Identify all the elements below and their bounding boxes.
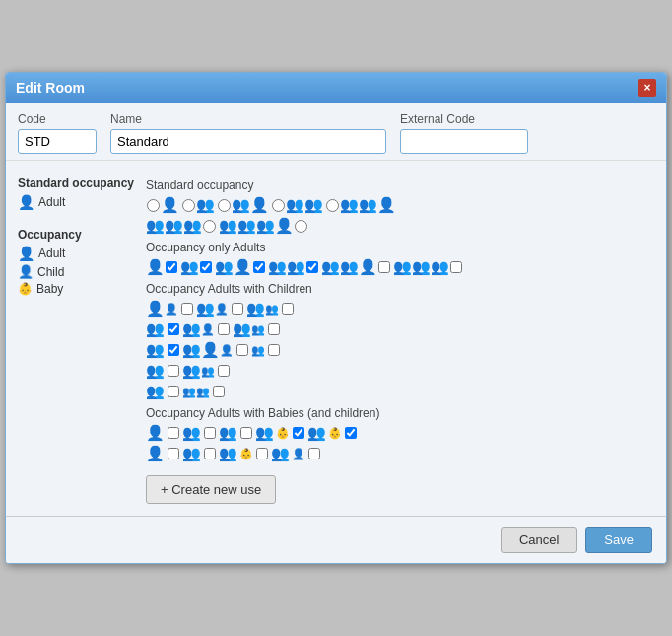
awb-adult-6: 👤 [146, 445, 165, 462]
awc-cb-4[interactable] [168, 323, 179, 335]
awc-opt-7: 👥 [146, 341, 165, 359]
awb-cb-9[interactable] [308, 448, 320, 459]
std-icon-2: 👥 [196, 196, 215, 214]
awc-adult-3: 👥 [246, 300, 265, 318]
std-radio-2[interactable] [182, 199, 195, 212]
awb-row-1: 👤 👥 👥 👥👶 👥👶 [146, 424, 654, 442]
adult-cb-3[interactable] [253, 261, 265, 273]
awc-cb-11[interactable] [218, 365, 230, 377]
awc-cb-7[interactable] [168, 344, 179, 356]
adult-cb-4[interactable] [306, 261, 318, 273]
sidebar-occ-title: Occupancy [18, 228, 136, 242]
awc-opt-10: 👥 [146, 362, 165, 380]
adult-icon-1: 👤 [146, 258, 165, 276]
adult-icon-4: 👥👥 [268, 258, 305, 276]
std-radio-1[interactable] [147, 199, 160, 212]
adult-icon-6: 👥👥👥 [393, 258, 449, 276]
awc-cb-6[interactable] [268, 323, 280, 335]
awc-adult-2: 👥 [196, 300, 215, 318]
adult-opt-4[interactable]: 👥👥 [268, 258, 319, 276]
close-button[interactable]: × [638, 79, 656, 97]
awb-cb-8[interactable] [256, 448, 268, 459]
adult-cb-2[interactable] [200, 261, 212, 273]
adult-opt-3[interactable]: 👥👤 [215, 258, 266, 276]
awb-person-9: 👤 [292, 448, 305, 460]
sidebar-std-title: Standard occupancy [18, 177, 136, 190]
adult-cb-6[interactable] [450, 261, 462, 273]
adult-opt-2[interactable]: 👥 [180, 258, 213, 276]
awc-row-2: 👥 👥 👤 👥 👥 [146, 320, 654, 338]
adult-cb-5[interactable] [378, 261, 390, 273]
awc-cb-12[interactable] [168, 386, 179, 397]
std-occupancy-title: Standard occupancy [146, 178, 654, 192]
sidebar-adult-blue-label: Adult [38, 247, 65, 260]
std-opt-2[interactable]: 👥 [181, 196, 215, 214]
sidebar-baby-label: Baby [36, 282, 63, 296]
awc-opt-4: 👥 [146, 320, 165, 338]
std-opt-6[interactable]: 👥👥👥 [146, 217, 217, 235]
awc-cb-8[interactable] [236, 344, 248, 356]
adults-row-1: 👤 👥 👥👤 👥👥 👥👥👤 👥👥👥 [146, 258, 654, 276]
sidebar-child: 👤 Child [18, 264, 136, 279]
awc-row-5: 👥 👥👥 [146, 383, 654, 400]
adult-cb-1[interactable] [166, 261, 177, 273]
std-radio-4[interactable] [272, 199, 285, 212]
awc-opt-2: 👥 👤 [196, 300, 229, 318]
std-radio-6[interactable] [203, 220, 216, 233]
awc-opt-9: 👥 [251, 344, 265, 357]
awc-child-11: 👥 [201, 365, 215, 378]
awc-row-1: 👤 👤 👥 👤 👥 👥 [146, 300, 654, 318]
adults-babies-title: Occupancy Adults with Babies (and childr… [146, 406, 654, 420]
name-input[interactable] [110, 129, 386, 154]
awc-cb-10[interactable] [168, 365, 179, 377]
awc-cb-5[interactable] [218, 323, 230, 335]
awb-adult-3: 👥 [219, 424, 237, 442]
awc-cb-1[interactable] [181, 303, 193, 315]
awb-adult-8: 👥 [219, 445, 237, 462]
cancel-button[interactable]: Cancel [501, 527, 577, 553]
std-opt-7[interactable]: 👥👥👥👤 [219, 217, 308, 235]
awb-cb-1[interactable] [168, 427, 179, 439]
adults-only-title: Occupancy only Adults [146, 241, 654, 254]
ext-input[interactable] [400, 129, 528, 154]
awb-adult-1: 👤 [146, 424, 165, 442]
awb-adult-5: 👥 [307, 424, 326, 442]
std-opt-3[interactable]: 👥👤 [217, 196, 269, 214]
awc-cb-3[interactable] [282, 303, 294, 315]
awc-adult-12: 👥 [146, 383, 165, 400]
std-radio-3[interactable] [218, 199, 231, 212]
main-content: Standard occupancy 👤 👥 👥👤 👥👥 👥👥👤 👥👥👥 👥👥👥… [146, 173, 654, 504]
awc-row-3: 👥 👥👤 👤 👥 [146, 341, 654, 359]
awb-cb-2[interactable] [204, 427, 216, 439]
awc-child-3: 👥 [265, 303, 279, 316]
awb-adult-2: 👥 [182, 424, 201, 442]
awb-cb-7[interactable] [204, 448, 216, 459]
awc-cb-2[interactable] [232, 303, 243, 315]
create-new-use-button[interactable]: + Create new use [146, 475, 276, 504]
awc-adult-4: 👥 [146, 320, 165, 338]
std-radio-5[interactable] [326, 199, 339, 212]
std-opt-5[interactable]: 👥👥👤 [325, 196, 396, 214]
awc-cb-9[interactable] [268, 344, 280, 356]
awc-opt-8: 👥👤 👤 [182, 341, 234, 359]
awc-adult-8: 👥👤 [182, 341, 220, 359]
awb-baby-4: 👶 [276, 427, 290, 440]
awc-adult-11: 👥 [182, 362, 201, 380]
awc-row-4: 👥 👥 👥 [146, 362, 654, 380]
adult-opt-1[interactable]: 👤 [146, 258, 178, 276]
awb-cb-6[interactable] [168, 448, 179, 459]
std-row-1: 👤 👥 👥👤 👥👥 👥👥👤 [146, 196, 654, 214]
adult-opt-6[interactable]: 👥👥👥 [393, 258, 463, 276]
std-radio-7[interactable] [295, 220, 307, 233]
edit-room-dialog: Edit Room × Code Name External Code Stan… [5, 72, 667, 564]
awb-cb-5[interactable] [345, 427, 357, 439]
awb-cb-4[interactable] [293, 427, 304, 439]
save-button[interactable]: Save [585, 527, 652, 553]
adult-opt-5[interactable]: 👥👥👤 [321, 258, 391, 276]
awc-cb-13[interactable] [213, 386, 225, 397]
std-icon-6: 👥👥👥 [146, 217, 202, 235]
code-input[interactable] [18, 129, 97, 154]
std-opt-1[interactable]: 👤 [146, 196, 179, 214]
std-opt-4[interactable]: 👥👥 [271, 196, 323, 214]
awb-cb-3[interactable] [240, 427, 252, 439]
